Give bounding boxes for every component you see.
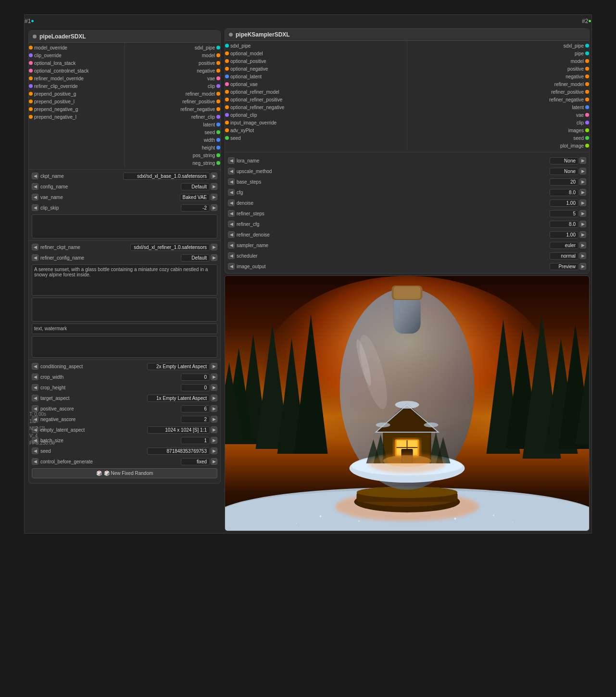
svg-point-57 (513, 522, 514, 523)
connector-dot (585, 59, 589, 63)
refiner-config-arrow-left[interactable]: ◀ (32, 254, 38, 261)
list-item: vae (407, 111, 589, 119)
param-negative-ascore: ◀ negative_ascore 2 ▶ (32, 414, 217, 424)
list-item: prepend_negative_g (29, 105, 125, 113)
connector-dot (29, 115, 33, 119)
control-before-arrow-right[interactable]: ▶ (211, 458, 217, 465)
clip-skip-arrow-right[interactable]: ▶ (211, 204, 217, 211)
param-config-name: ◀ config_name Default ▶ (32, 182, 217, 191)
param-refiner-ckpt: ◀ refiner_ckpt_name sdxl/sd_xl_refiner_1… (32, 242, 217, 252)
refiner-ckpt-arrow-right[interactable]: ▶ (211, 244, 217, 250)
neg-ascore-arrow-right[interactable]: ▶ (211, 416, 217, 423)
base-steps-arrow-left[interactable]: ◀ (228, 178, 235, 185)
dice-icon: 🎲 (96, 471, 102, 476)
crop-height-arrow-right[interactable]: ▶ (211, 384, 217, 391)
scheduler-arrow-right[interactable]: ▶ (579, 252, 586, 259)
param-positive-ascore: ◀ positive_ascore 6 ▶ (32, 404, 217, 413)
list-item: neg_string (125, 159, 221, 167)
image-output-arrow-left[interactable]: ◀ (228, 263, 235, 270)
ckpt-name-arrow-left[interactable]: ◀ (32, 173, 38, 179)
svg-point-54 (454, 518, 456, 520)
list-item: positive (407, 65, 589, 73)
svg-point-56 (296, 523, 297, 524)
upscale-arrow-right[interactable]: ▶ (579, 168, 586, 174)
connector-dot (216, 84, 220, 88)
connector-dot (29, 92, 33, 96)
upscale-arrow-left[interactable]: ◀ (228, 168, 235, 174)
config-name-arrow-left[interactable]: ◀ (32, 183, 38, 190)
list-item: refiner_model_override (29, 75, 125, 82)
target-aspect-arrow-left[interactable]: ◀ (32, 395, 38, 401)
connector-dot (585, 144, 589, 148)
crop-width-arrow-left[interactable]: ◀ (32, 373, 38, 380)
sampler-arrow-left[interactable]: ◀ (228, 242, 235, 249)
image-output-arrow-right[interactable]: ▶ (579, 263, 586, 270)
crop-width-arrow-right[interactable]: ▶ (211, 373, 217, 380)
cond-aspect-arrow-right[interactable]: ▶ (211, 363, 217, 370)
lora-arrow-right[interactable]: ▶ (579, 157, 586, 164)
control-before-arrow-left[interactable]: ◀ (32, 458, 38, 465)
denoise-arrow-right[interactable]: ▶ (579, 199, 586, 206)
list-item: refiner_positive (125, 98, 221, 105)
new-fixed-random-button[interactable]: 🎲 🎲 New Fixed Random (32, 468, 217, 478)
param-target-aspect: ◀ target_aspect 1x Empty Latent Aspect ▶ (32, 393, 217, 403)
prompt-text-area[interactable]: A serene sunset, with a glass bottle con… (32, 264, 217, 296)
negative-prompt-area[interactable]: text, watermark (32, 324, 217, 334)
cfg-arrow-left[interactable]: ◀ (228, 189, 235, 196)
lora-arrow-left[interactable]: ◀ (228, 157, 235, 164)
list-item: optional_refiner_positive (225, 96, 407, 103)
base-steps-arrow-right[interactable]: ▶ (579, 178, 586, 185)
empty-latent-arrow-right[interactable]: ▶ (211, 426, 217, 433)
list-item: optional_refiner_model (225, 88, 407, 96)
ckpt-name-arrow-right[interactable]: ▶ (211, 173, 217, 179)
target-aspect-arrow-right[interactable]: ▶ (211, 395, 217, 401)
stats-val1: 1.0 (29, 418, 55, 425)
denoise-arrow-left[interactable]: ◀ (228, 199, 235, 206)
list-item: refiner_clip (125, 113, 221, 121)
connector-dot (585, 67, 589, 71)
list-item: refiner_negative (407, 96, 589, 103)
param-base-steps: ◀ base_steps 20 ▶ (228, 177, 586, 187)
refiner-config-arrow-right[interactable]: ▶ (211, 254, 217, 261)
connector-dot (225, 128, 229, 132)
param-conditioning-aspect: ◀ conditioning_aspect 2x Empty Latent As… (32, 361, 217, 371)
config-name-arrow-right[interactable]: ▶ (211, 183, 217, 190)
list-item: sdxl_pipe (225, 42, 407, 50)
batch-size-arrow-right[interactable]: ▶ (211, 437, 217, 444)
sampler-arrow-right[interactable]: ▶ (579, 242, 586, 249)
clip-skip-arrow-left[interactable]: ◀ (32, 204, 38, 211)
connector-dot (585, 105, 589, 109)
crop-height-arrow-left[interactable]: ◀ (32, 384, 38, 391)
refiner-steps-arrow-left[interactable]: ◀ (228, 210, 235, 217)
node2: pipeKSamplerSDXL sdxl_pipe optional_mode… (225, 28, 590, 274)
main-area: pipeLoaderSDXL model_override clip_overr… (25, 26, 591, 533)
node2-dot: ● (588, 18, 591, 25)
cfg-arrow-right[interactable]: ▶ (579, 189, 586, 196)
list-item: refiner_model (125, 90, 221, 98)
seed-arrow-right[interactable]: ▶ (211, 448, 217, 454)
param-cfg: ◀ cfg 8.0 ▶ (228, 187, 586, 197)
refiner-steps-arrow-right[interactable]: ▶ (579, 210, 586, 217)
scene-svg (225, 276, 589, 531)
connector-dot (29, 69, 33, 73)
param-scheduler: ◀ scheduler normal ▶ (228, 251, 586, 261)
pos-ascore-arrow-right[interactable]: ▶ (211, 405, 217, 412)
refiner-cfg-arrow-left[interactable]: ◀ (228, 221, 235, 227)
refiner-ckpt-arrow-left[interactable]: ◀ (32, 244, 38, 250)
vae-name-arrow-right[interactable]: ▶ (211, 194, 217, 200)
connector-dot (225, 136, 229, 140)
connector-dot (225, 75, 229, 78)
list-item: refiner_negative (125, 105, 221, 113)
refiner-cfg-arrow-right[interactable]: ▶ (579, 221, 586, 227)
vae-name-arrow-left[interactable]: ◀ (32, 194, 38, 200)
param-sampler-name: ◀ sampler_name euler ▶ (228, 240, 586, 250)
cond-aspect-arrow-left[interactable]: ◀ (32, 363, 38, 370)
seed-arrow-left[interactable]: ◀ (32, 448, 38, 454)
scheduler-arrow-left[interactable]: ◀ (228, 252, 235, 259)
connector-dot (216, 130, 220, 134)
refiner-denoise-arrow-right[interactable]: ▶ (579, 231, 586, 238)
list-item: optional_latent (225, 73, 407, 80)
refiner-denoise-arrow-left[interactable]: ◀ (228, 231, 235, 238)
stats-time: T: 0.00s (29, 411, 55, 418)
list-item: optional_negative (225, 65, 407, 73)
